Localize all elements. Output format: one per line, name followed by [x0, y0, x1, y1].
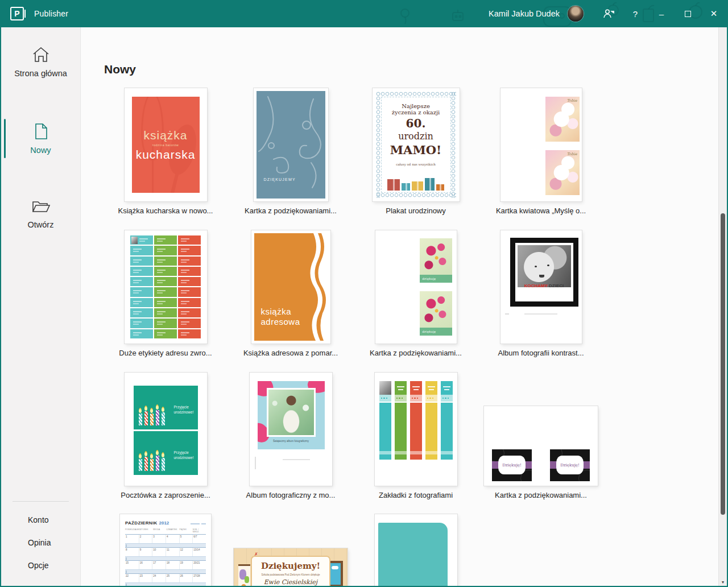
- template-address-book[interactable]: książka adresowa Książka adresowa z poma…: [228, 230, 353, 361]
- preview-text: Tobie: [567, 152, 577, 156]
- maximize-button[interactable]: [675, 0, 701, 27]
- template-thumbnail: KOCHAMY DZIECI: [500, 230, 582, 344]
- template-caption: Książka adresowa z pomar...: [243, 344, 338, 361]
- template-teal-card[interactable]: [353, 514, 478, 586]
- user-avatar[interactable]: [568, 6, 584, 22]
- template-caption: Plakat urodzinowy: [386, 201, 446, 218]
- template-thumbnail: PAŹDZIERNIK 2012 PONIEDZIAŁEKWTOREKŚRODA…: [120, 514, 211, 586]
- preview-text: Dziękujemy!: [252, 561, 329, 571]
- preview-text: dziękuję: [420, 328, 452, 336]
- template-invitation-postcard[interactable]: Przyjęcie urodzinowe! Przyjęcie urodzino…: [103, 372, 228, 503]
- help-button[interactable]: ?: [622, 0, 648, 27]
- template-address-labels[interactable]: Duże etykiety adresu zwro...: [103, 230, 228, 361]
- template-birthday-poster[interactable]: Najlepsze życzenia z okazji 60. urodzin …: [353, 88, 478, 218]
- template-thumbnail: dziękuję dziękuję: [375, 230, 457, 344]
- scrollbar-down-arrow[interactable]: ▾: [719, 580, 727, 585]
- close-icon: ✕: [710, 9, 718, 19]
- template-certificate[interactable]: ✗ Dziękujemy! Szkoła podstawowa Pod Ziel…: [228, 514, 353, 586]
- close-button[interactable]: ✕: [701, 0, 727, 27]
- preview-text: życzenia z okazji: [392, 109, 440, 115]
- sidebar-item-new[interactable]: Nowy: [1, 118, 80, 159]
- calendar-grid: 123456/78910111213/14151617181920/212223…: [125, 534, 206, 586]
- template-caption: Album fotografii kontrast...: [498, 344, 584, 361]
- template-thumbnail: Dziękuję! Dziękuję!: [484, 406, 598, 486]
- sidebar-item-feedback[interactable]: Opinia: [1, 531, 80, 554]
- publisher-app-icon: P: [10, 7, 24, 20]
- template-grid: książka rodzina batorów kucharska Książk…: [103, 88, 727, 586]
- preview-text: Przyjęcie: [173, 450, 193, 456]
- minimize-icon: –: [659, 9, 664, 19]
- sidebar-footer: Konto Opinia Opcje: [1, 501, 80, 577]
- flower-photo: Tobie: [545, 150, 580, 195]
- preview-text: Ewie Ciesielskiej: [252, 578, 329, 586]
- new-document-icon: [32, 122, 49, 140]
- flower-photo: Tobie: [545, 97, 580, 142]
- template-caption: Kartka z podziękowaniami...: [495, 486, 587, 503]
- template-calendar[interactable]: PAŹDZIERNIK 2012 PONIEDZIAŁEKWTOREKŚRODA…: [103, 514, 228, 586]
- sidebar-item-options[interactable]: Opcje: [1, 554, 80, 577]
- minimize-button[interactable]: –: [648, 0, 675, 27]
- template-thank-you-swirl[interactable]: DZIĘKUJEMY Kartka z podziękowaniami...: [228, 88, 353, 218]
- sidebar-item-home[interactable]: Strona główna: [1, 41, 80, 82]
- swirl-ornament: [257, 91, 325, 199]
- preview-text: urodzinowe!: [173, 410, 193, 415]
- signed-in-user[interactable]: Kamil Jakub Dudek: [489, 9, 560, 18]
- preview-text: DZIECI: [549, 283, 564, 288]
- scrollbar-thumb[interactable]: [721, 213, 725, 515]
- publisher-window: P Publisher Kamil Jakub Dudek ? –: [0, 0, 728, 587]
- balloon-doodle-icon: [399, 8, 412, 25]
- template-thumbnail: książka rodzina batorów kucharska: [125, 88, 207, 201]
- template-thumbnail: [375, 373, 457, 486]
- sidebar-item-open[interactable]: Otwórz: [1, 193, 80, 234]
- robot-doodle-icon: [450, 9, 465, 24]
- template-caption: Kartka z podziękowaniami...: [245, 201, 337, 218]
- preview-text: książka: [261, 307, 292, 316]
- preview-text: 60.: [406, 117, 426, 130]
- labels-sheet: [130, 235, 201, 338]
- template-thumbnail: [125, 230, 207, 344]
- sidebar-item-label: Strona główna: [14, 69, 67, 78]
- template-cookbook[interactable]: książka rodzina batorów kucharska Książk…: [103, 88, 228, 218]
- template-caption: Kartka z podziękowaniami...: [370, 344, 462, 361]
- template-thumbnail: książka adresowa: [251, 230, 330, 344]
- people-add-icon: [603, 9, 615, 19]
- template-thumbnail: Tobie Tobie: [500, 88, 582, 201]
- template-thank-you-black[interactable]: Dziękuję! Dziękuję! Kartka z podziękowan…: [478, 372, 603, 503]
- template-photo-album[interactable]: Świąteczny album fotograficzny Album fot…: [228, 372, 353, 503]
- template-caption: Książka kucharska w nowo...: [118, 201, 213, 218]
- preview-text: DZIĘKUJEMY: [264, 177, 296, 181]
- flower-photo: dziękuję: [420, 291, 452, 336]
- preview-text: Tobie: [567, 98, 577, 103]
- template-thumbnail: Przyjęcie urodzinowe! Przyjęcie urodzino…: [125, 373, 207, 486]
- template-thank-you-flowers[interactable]: dziękuję dziękuję Kartka z podziękowania…: [353, 230, 478, 361]
- postcard-panel: Przyjęcie urodzinowe!: [134, 386, 198, 429]
- open-folder-icon: [31, 198, 51, 215]
- preview-text: Dziękuję!: [560, 463, 580, 468]
- vertical-scrollbar[interactable]: ▾: [718, 27, 727, 586]
- template-flower-card[interactable]: Tobie Tobie Kartka kwiatowa „Myślę o...: [478, 88, 603, 218]
- template-thumbnail: Świąteczny album fotograficzny: [250, 373, 332, 486]
- album-cover: Świąteczny album fotograficzny: [258, 381, 325, 449]
- template-thumbnail: [375, 514, 457, 586]
- template-caption: Kartka kwiatowa „Myślę o...: [496, 201, 586, 218]
- preview-text: adresowa: [261, 317, 300, 326]
- share-people-button[interactable]: [596, 0, 622, 27]
- preview-text: książka: [143, 129, 187, 142]
- calendar-year: 2012: [159, 520, 169, 526]
- preview-text: dziękuję: [420, 275, 452, 283]
- template-baby-photo-album[interactable]: KOCHAMY DZIECI Album fotografii kontrast…: [478, 230, 603, 361]
- postcard-panel: Przyjęcie urodzinowe!: [134, 431, 198, 475]
- preview-text: Przyjęcie: [173, 405, 193, 410]
- sidebar-item-account[interactable]: Konto: [1, 509, 80, 531]
- sidebar: Strona główna Nowy Otwórz Konto Opinia O…: [1, 27, 81, 586]
- preview-text: całusy od nas wszystkich: [396, 163, 436, 166]
- sidebar-divider: [13, 501, 69, 502]
- girl-photo: [268, 390, 314, 435]
- template-caption: Album fotograficzny z mo...: [246, 486, 336, 503]
- help-icon: ?: [633, 9, 638, 19]
- template-photo-bookmarks[interactable]: Zakładki z fotografiami: [353, 372, 478, 503]
- photo-frame: KOCHAMY DZIECI: [510, 238, 578, 307]
- page-title: Nowy: [104, 63, 727, 76]
- preview-text: Świąteczny album fotograficzny: [258, 440, 325, 443]
- preview-text: urodzin: [398, 131, 433, 142]
